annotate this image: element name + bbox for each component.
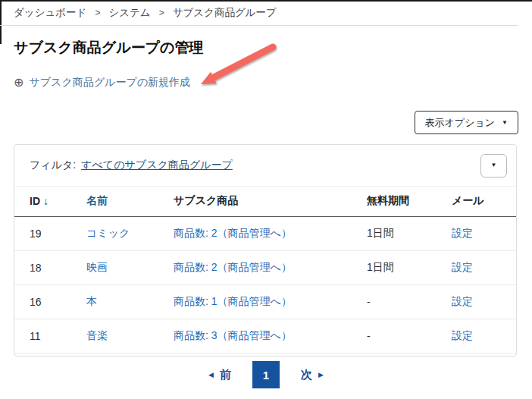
cell-free-period: - [367, 319, 452, 353]
cell-id: 16 [14, 284, 86, 319]
column-header-free-period: 無料期間 [367, 187, 452, 216]
mail-settings-link[interactable]: 設定 [452, 329, 473, 341]
cell-id: 19 [14, 216, 86, 250]
products-link[interactable]: 商品数: 2（商品管理へ） [174, 227, 292, 239]
filter-value-link[interactable]: すべてのサブスク商品グループ [81, 159, 233, 172]
mail-settings-link[interactable]: 設定 [452, 261, 473, 273]
pagination-prev-label: 前 [220, 368, 231, 382]
group-name-link[interactable]: コミック [86, 227, 130, 239]
breadcrumb-item-dashboard[interactable]: ダッシュボード [14, 6, 86, 20]
table-row: 11 音楽 商品数: 3（商品管理へ） - 設定 [14, 319, 516, 353]
display-options-button[interactable]: 表示オプション ▼ [415, 111, 518, 134]
table-row: 18 映画 商品数: 2（商品管理へ） 1日間 設定 [14, 250, 516, 284]
page-title: サブスク商品グループの管理 [14, 38, 204, 58]
create-group-link[interactable]: ⊕ サブスク商品グループの新規作成 [14, 76, 190, 90]
pagination-current-page[interactable]: 1 [252, 361, 280, 388]
pagination: ◀ 前 1 次 ▶ [0, 361, 532, 388]
left-arrow-icon: ◀ [208, 372, 214, 379]
pagination-next[interactable]: 次 ▶ [301, 368, 324, 382]
products-link[interactable]: 商品数: 3（商品管理へ） [174, 329, 292, 341]
cell-id: 18 [14, 250, 86, 284]
pagination-next-label: 次 [301, 368, 312, 382]
filter-dropdown-button[interactable]: ▼ [480, 154, 507, 178]
table-row: 16 本 商品数: 1（商品管理へ） - 設定 [14, 284, 516, 319]
breadcrumb-separator: > [95, 8, 100, 18]
display-options-label: 表示オプション [425, 116, 496, 130]
caret-down-icon: ▼ [491, 162, 497, 168]
column-header-mail: メール [452, 187, 516, 216]
window-left-border [0, 0, 2, 44]
filter-label: フィルタ: [30, 159, 76, 172]
group-name-link[interactable]: 音楽 [86, 329, 108, 341]
cell-free-period: 1日間 [367, 250, 452, 284]
mail-settings-link[interactable]: 設定 [452, 295, 473, 307]
breadcrumb-divider [0, 25, 518, 26]
column-header-products: サブスク商品 [174, 187, 367, 216]
caret-down-icon: ▼ [502, 120, 508, 126]
right-arrow-icon: ▶ [318, 372, 324, 379]
group-name-link[interactable]: 本 [86, 295, 97, 307]
mail-settings-link[interactable]: 設定 [452, 227, 473, 239]
annotation-arrow-icon [191, 39, 282, 91]
group-list-panel: フィルタ: すべてのサブスク商品グループ ▼ ID↓ 名前 サブスク商品 無料期… [14, 144, 517, 357]
sort-desc-icon: ↓ [43, 195, 49, 207]
column-header-name[interactable]: 名前 [86, 187, 174, 216]
cell-free-period: - [367, 284, 452, 319]
table-row: 19 コミック 商品数: 2（商品管理へ） 1日間 設定 [14, 216, 516, 250]
circle-plus-icon: ⊕ [14, 77, 23, 89]
products-link[interactable]: 商品数: 1（商品管理へ） [174, 295, 292, 307]
filter-bar: フィルタ: すべてのサブスク商品グループ ▼ [14, 145, 516, 187]
breadcrumb-separator: > [159, 8, 164, 18]
breadcrumb: ダッシュボード > システム > サブスク商品グループ [14, 6, 277, 20]
breadcrumb-item-system[interactable]: システム [108, 6, 150, 20]
group-name-link[interactable]: 映画 [86, 261, 108, 273]
cell-id: 11 [14, 319, 86, 353]
window-top-border [0, 0, 532, 2]
table-header-row: ID↓ 名前 サブスク商品 無料期間 メール [14, 187, 516, 216]
group-table: ID↓ 名前 サブスク商品 無料期間 メール 19 コミック 商品数: 2（商品… [14, 187, 516, 353]
create-group-link-label: サブスク商品グループの新規作成 [29, 76, 190, 90]
column-header-id[interactable]: ID↓ [14, 187, 86, 216]
breadcrumb-item-current: サブスク商品グループ [173, 6, 277, 20]
pagination-prev[interactable]: ◀ 前 [208, 368, 231, 382]
products-link[interactable]: 商品数: 2（商品管理へ） [174, 261, 292, 273]
column-header-id-label: ID [30, 195, 40, 207]
cell-free-period: 1日間 [367, 216, 452, 250]
